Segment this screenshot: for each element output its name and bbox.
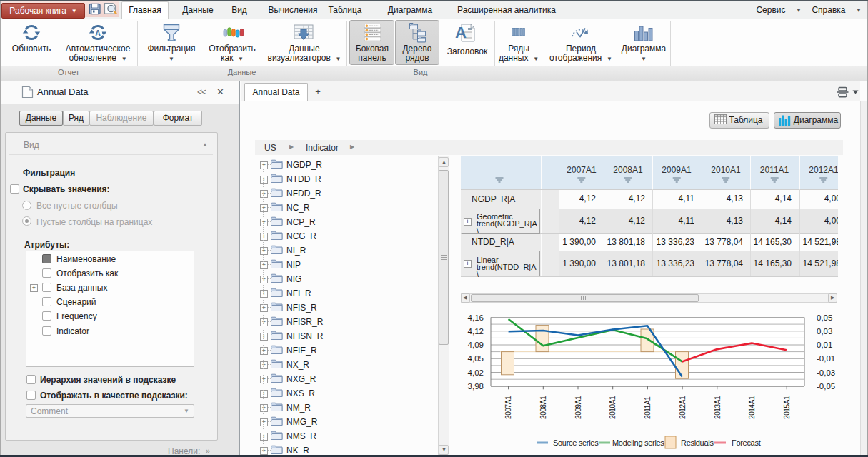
svg-text:2007A1: 2007A1	[504, 396, 512, 419]
svg-text:2015A1: 2015A1	[783, 396, 791, 419]
svg-text:4,05: 4,05	[468, 354, 484, 363]
svg-text:Residuals: Residuals	[681, 438, 714, 447]
svg-text:Forecast: Forecast	[732, 438, 761, 447]
svg-text:-0,03: -0,03	[817, 368, 835, 377]
svg-text:2012A1: 2012A1	[679, 396, 687, 419]
svg-text:A: A	[455, 24, 467, 41]
svg-text:0,03: 0,03	[817, 327, 832, 336]
svg-text:2011A1: 2011A1	[644, 396, 652, 419]
svg-text:2008A1: 2008A1	[539, 396, 547, 419]
svg-text:0,01: 0,01	[817, 341, 832, 349]
svg-text:-0,01: -0,01	[817, 354, 835, 363]
svg-text:Modeling series: Modeling series	[612, 438, 664, 447]
svg-text:4,16: 4,16	[468, 313, 484, 322]
svg-text:2014A1: 2014A1	[748, 396, 756, 419]
svg-text:4,02: 4,02	[468, 368, 484, 377]
svg-text:4,09: 4,09	[468, 341, 484, 349]
svg-text:2009A1: 2009A1	[574, 396, 582, 419]
svg-text:A: A	[95, 29, 101, 37]
svg-text:2013A1: 2013A1	[714, 396, 722, 419]
svg-text:-0,05: -0,05	[817, 382, 835, 391]
svg-text:0,05: 0,05	[817, 313, 832, 322]
svg-text:3,98: 3,98	[468, 382, 484, 391]
svg-text:Source series: Source series	[553, 438, 599, 447]
svg-text:2010A1: 2010A1	[609, 396, 617, 419]
svg-text:4,12: 4,12	[468, 327, 484, 336]
